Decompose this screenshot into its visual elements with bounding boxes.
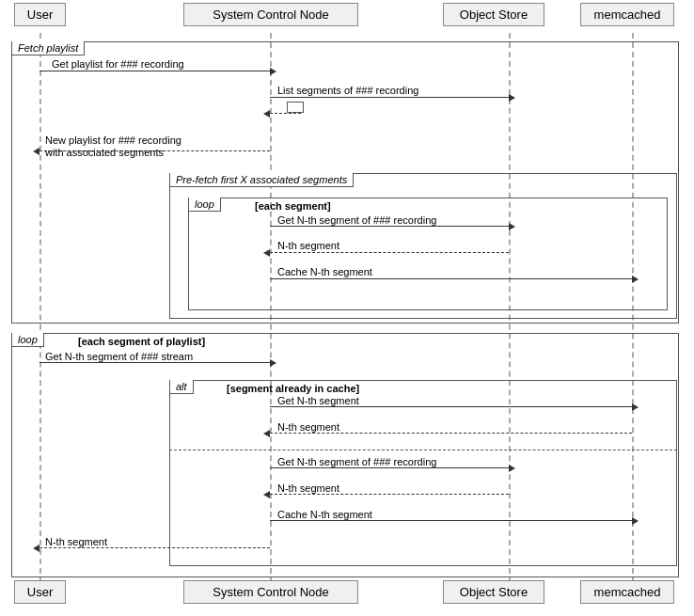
arrow-m7	[270, 278, 632, 279]
label-m2: List segments of ### recording	[277, 85, 418, 96]
actor-memcached-bottom: memcached	[580, 580, 674, 604]
arrow-m2	[270, 97, 509, 98]
actor-scn-top: System Control Node	[183, 3, 358, 26]
label-m5: Get N-th segment of ### recording	[277, 214, 436, 226]
actor-user-top: User	[14, 3, 66, 26]
fragment-loop-inner-label: loop	[189, 197, 221, 212]
fragment-alt-condition: [segment already in cache]	[227, 383, 359, 394]
label-m1: Get playlist for ### recording	[52, 58, 184, 70]
label-m11: Get N-th segment of ### recording	[277, 456, 436, 467]
arrow-m11	[270, 467, 509, 468]
fragment-prefetch-label: Pre-fetch first X associated segments	[170, 173, 354, 187]
fragment-loop-playlist-label: loop	[12, 333, 44, 347]
return-box-1	[287, 102, 304, 113]
arrow-m5	[270, 226, 509, 227]
alt-divider	[169, 450, 677, 450]
label-m9: Get N-th segment	[277, 395, 359, 406]
label-m6: N-th segment	[277, 240, 339, 251]
label-m10: N-th segment	[277, 421, 339, 433]
arrow-m13	[270, 520, 632, 521]
arrow-m8	[39, 362, 270, 363]
fragment-loop-inner-condition: [each segment]	[255, 200, 331, 212]
arrow-m9	[270, 406, 632, 407]
arrow-m14	[39, 547, 270, 548]
actor-scn-bottom: System Control Node	[183, 580, 358, 604]
fragment-alt: alt [segment already in cache]	[169, 380, 677, 566]
label-m13: Cache N-th segment	[277, 509, 372, 520]
label-m8: Get N-th segment of ### stream	[45, 351, 193, 362]
actor-user-bottom: User	[14, 580, 66, 604]
arrow-m6	[270, 252, 509, 253]
label-m4-line1: New playlist for ### recording	[45, 134, 181, 146]
arrow-m10	[270, 433, 632, 434]
arrow-m3-return	[270, 113, 301, 114]
actor-memcached-top: memcached	[580, 3, 674, 26]
sequence-diagram: User System Control Node Object Store me…	[0, 0, 694, 616]
actor-objstore-top: Object Store	[443, 3, 544, 26]
label-m14: N-th segment	[45, 536, 107, 547]
label-m12: N-th segment	[277, 482, 339, 494]
label-m4-line2: with associated segments	[45, 147, 164, 158]
fragment-fetch-playlist-label: Fetch playlist	[12, 41, 85, 55]
actor-objstore-bottom: Object Store	[443, 580, 544, 604]
fragment-alt-label: alt	[170, 380, 194, 394]
arrow-m1	[39, 71, 270, 71]
label-m7: Cache N-th segment	[277, 266, 372, 277]
arrow-m12	[270, 494, 509, 495]
fragment-loop-playlist-condition: [each segment of playlist]	[78, 336, 205, 347]
